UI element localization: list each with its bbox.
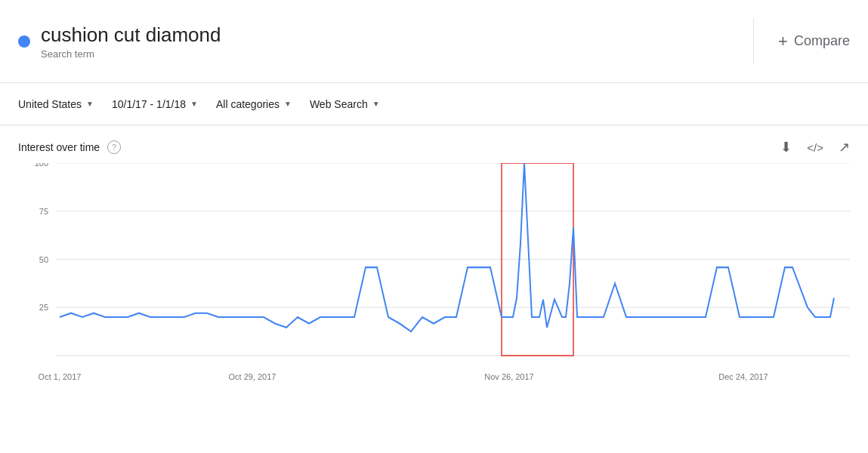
chart-actions: ⬇ </> ↗: [780, 139, 850, 156]
search-term-block: cushion cut diamond Search term: [18, 23, 729, 60]
page-header: cushion cut diamond Search term + Compar…: [0, 0, 868, 83]
svg-text:75: 75: [39, 207, 48, 216]
region-dropdown-icon: ▼: [86, 100, 94, 108]
compare-label: Compare: [794, 33, 850, 49]
chart-wrapper: 100 75 50 25 Oct 1, 2017 Oct 29, 2017 No…: [18, 163, 850, 420]
header-divider: [753, 19, 754, 64]
trend-chart: 100 75 50 25 Oct 1, 2017 Oct 29, 2017 No…: [18, 163, 850, 420]
download-icon[interactable]: ⬇: [780, 139, 792, 156]
date-label: 10/1/17 - 1/1/18: [112, 98, 186, 110]
category-filter[interactable]: All categories ▼: [216, 92, 304, 116]
date-filter[interactable]: 10/1/17 - 1/1/18 ▼: [112, 92, 210, 116]
search-type-label: Web Search: [310, 98, 368, 110]
search-type-dropdown-icon: ▼: [372, 100, 380, 108]
compare-plus-icon: +: [778, 32, 788, 51]
embed-icon[interactable]: </>: [807, 141, 823, 154]
search-type-filter[interactable]: Web Search ▼: [310, 92, 392, 116]
term-info: cushion cut diamond Search term: [41, 23, 221, 60]
chart-section: Interest over time ? ⬇ </> ↗ 100 75 50 2…: [0, 125, 868, 453]
term-label: Search term: [41, 48, 221, 60]
help-symbol: ?: [112, 143, 116, 152]
category-label: All categories: [216, 98, 280, 110]
svg-text:25: 25: [39, 303, 48, 312]
svg-text:Dec 24, 2017: Dec 24, 2017: [718, 372, 768, 381]
svg-text:Oct 1, 2017: Oct 1, 2017: [39, 372, 82, 381]
region-filter[interactable]: United States ▼: [18, 92, 106, 116]
svg-text:Nov 26, 2017: Nov 26, 2017: [484, 372, 533, 381]
share-icon[interactable]: ↗: [839, 139, 850, 156]
chart-title: Interest over time: [18, 141, 100, 153]
svg-text:50: 50: [39, 254, 48, 263]
chart-title-group: Interest over time ?: [18, 140, 121, 154]
category-dropdown-icon: ▼: [284, 100, 292, 108]
term-dot: [18, 35, 30, 48]
compare-button[interactable]: + Compare: [778, 32, 850, 51]
svg-text:Oct 29, 2017: Oct 29, 2017: [229, 372, 276, 381]
svg-text:100: 100: [35, 163, 48, 168]
filter-bar: United States ▼ 10/1/17 - 1/1/18 ▼ All c…: [0, 83, 868, 125]
help-icon[interactable]: ?: [107, 140, 121, 154]
chart-header: Interest over time ? ⬇ </> ↗: [18, 125, 850, 163]
region-label: United States: [18, 98, 82, 110]
term-name: cushion cut diamond: [41, 23, 221, 47]
date-dropdown-icon: ▼: [190, 100, 198, 108]
